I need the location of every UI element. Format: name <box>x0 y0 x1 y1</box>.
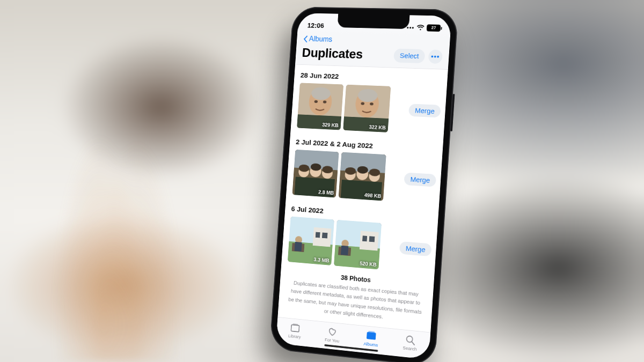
svg-rect-33 <box>316 232 320 238</box>
svg-rect-34 <box>322 232 328 238</box>
duplicates-list[interactable]: 28 Jun 2022 329 KB 322 KB <box>278 64 448 329</box>
svg-rect-41 <box>362 235 367 241</box>
tab-library[interactable]: Library <box>288 322 302 339</box>
tab-label: For You <box>325 337 340 343</box>
svg-rect-45 <box>341 245 348 255</box>
photo-thumbnail[interactable]: 329 KB <box>297 83 343 130</box>
search-icon <box>405 334 416 345</box>
file-size: 322 KB <box>369 124 386 130</box>
svg-rect-37 <box>295 241 302 251</box>
merge-button[interactable]: Merge <box>399 241 431 256</box>
svg-rect-42 <box>369 236 375 242</box>
tab-label: Library <box>288 333 301 339</box>
file-size: 498 KB <box>364 192 382 198</box>
phone-mockup: 12:06 ••• 27 Albums <box>269 6 458 362</box>
back-button[interactable]: Albums <box>303 35 333 44</box>
phone-screen: 12:06 ••• 27 Albums <box>276 13 451 359</box>
photo-thumbnail[interactable]: 3.3 MB <box>288 216 334 265</box>
battery-level: 27 <box>431 25 436 30</box>
file-size: 520 KB <box>360 260 377 267</box>
for-you-icon <box>327 326 338 337</box>
phone-body: 12:06 ••• 27 Albums <box>269 6 458 362</box>
duplicate-group: 329 KB 322 KB Merge <box>290 83 447 139</box>
photo-thumbnail[interactable]: 520 KB <box>334 219 382 269</box>
library-icon <box>290 322 301 334</box>
file-size: 3.3 MB <box>313 256 330 263</box>
page-title: Duplicates <box>302 45 363 61</box>
chevron-left-icon <box>303 35 309 43</box>
svg-rect-46 <box>291 324 299 331</box>
tab-search[interactable]: Search <box>402 334 418 351</box>
tab-for-you[interactable]: For You <box>325 326 340 344</box>
file-size: 329 KB <box>322 122 339 128</box>
photo-thumbnail[interactable]: 498 KB <box>339 152 386 201</box>
back-label: Albums <box>309 35 332 43</box>
merge-button[interactable]: Merge <box>408 104 441 117</box>
photo-thumbnail[interactable]: 322 KB <box>343 84 391 132</box>
tab-label: Search <box>402 345 416 351</box>
battery-icon: 27 <box>427 24 441 32</box>
wifi-icon <box>416 24 425 31</box>
tab-albums[interactable]: Albums <box>363 330 379 348</box>
merge-button[interactable]: Merge <box>404 173 436 187</box>
status-time: 12:06 <box>307 21 324 29</box>
tab-label: Albums <box>363 341 378 348</box>
more-button[interactable]: ••• <box>428 49 443 64</box>
svg-rect-48 <box>367 332 376 340</box>
file-size: 2.8 MB <box>318 189 334 195</box>
status-right: ••• 27 <box>407 24 441 31</box>
svg-line-51 <box>412 342 415 345</box>
albums-icon <box>365 330 377 341</box>
photo-thumbnail[interactable]: 2.8 MB <box>292 149 339 197</box>
select-button[interactable]: Select <box>393 48 425 63</box>
phone-notch <box>338 14 410 29</box>
product-photo-scene: 12:06 ••• 27 Albums <box>0 0 644 362</box>
